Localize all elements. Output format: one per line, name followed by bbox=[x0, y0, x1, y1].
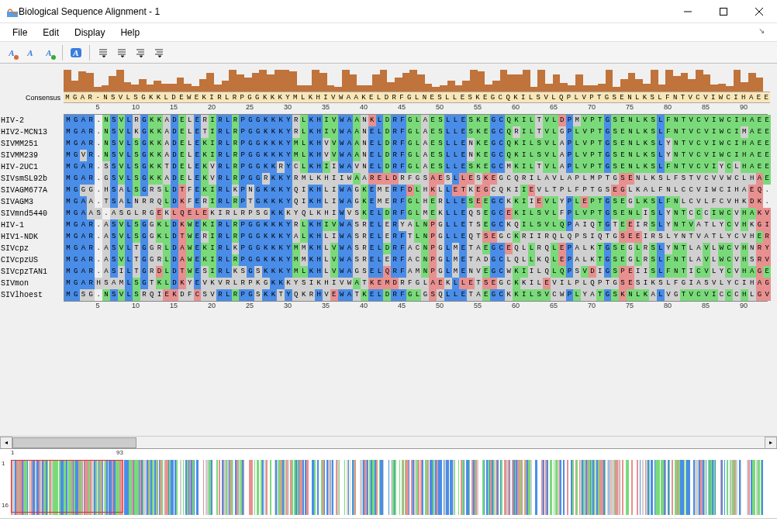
residue-cell[interactable]: F bbox=[186, 289, 194, 301]
residue-cell[interactable]: M bbox=[64, 243, 72, 254]
residue-cell[interactable]: L bbox=[528, 138, 536, 150]
residue-cell[interactable]: I bbox=[634, 219, 642, 231]
residue-cell[interactable]: L bbox=[224, 150, 232, 161]
residue-cell[interactable]: V bbox=[703, 289, 710, 301]
residue-cell[interactable]: L bbox=[710, 266, 718, 278]
residue-cell[interactable]: L bbox=[573, 196, 581, 208]
residue-cell[interactable]: F bbox=[399, 138, 406, 150]
residue-cell[interactable]: N bbox=[634, 173, 642, 185]
residue-cell[interactable]: M bbox=[292, 138, 300, 150]
menu-file[interactable]: File bbox=[5, 27, 35, 38]
residue-cell[interactable]: K bbox=[156, 219, 164, 231]
residue-cell[interactable]: R bbox=[87, 219, 95, 231]
residue-cell[interactable]: L bbox=[414, 219, 422, 231]
residue-cell[interactable]: C bbox=[497, 161, 505, 173]
residue-cell[interactable]: V bbox=[543, 196, 551, 208]
menu-help[interactable]: Help bbox=[112, 27, 147, 38]
residue-cell[interactable]: L bbox=[634, 161, 642, 173]
residue-cell[interactable]: M bbox=[64, 161, 72, 173]
residue-cell[interactable]: L bbox=[224, 138, 232, 150]
residue-cell[interactable]: K bbox=[201, 243, 209, 254]
residue-cell[interactable]: P bbox=[239, 185, 247, 196]
residue-cell[interactable]: G bbox=[490, 196, 498, 208]
residue-cell[interactable]: . bbox=[95, 138, 102, 150]
residue-cell[interactable]: L bbox=[444, 254, 452, 266]
residue-cell[interactable]: Q bbox=[505, 150, 513, 161]
residue-cell[interactable]: C bbox=[687, 185, 695, 196]
residue-cell[interactable]: G bbox=[102, 173, 110, 185]
residue-cell[interactable]: K bbox=[277, 115, 285, 126]
residue-cell[interactable]: K bbox=[308, 126, 316, 138]
residue-cell[interactable]: I bbox=[642, 266, 650, 278]
residue-cell[interactable]: . bbox=[95, 289, 102, 301]
residue-cell[interactable]: G bbox=[680, 278, 688, 289]
residue-cell[interactable]: L bbox=[687, 243, 695, 254]
residue-cell[interactable]: K bbox=[277, 150, 285, 161]
residue-cell[interactable]: E bbox=[482, 219, 490, 231]
residue-cell[interactable]: A bbox=[421, 150, 429, 161]
residue-cell[interactable]: W bbox=[338, 219, 346, 231]
residue-cell[interactable]: T bbox=[680, 219, 688, 231]
residue-cell[interactable]: E bbox=[482, 243, 490, 254]
residue-cell[interactable]: H bbox=[741, 254, 748, 266]
residue-cell[interactable]: A bbox=[163, 115, 171, 126]
residue-cell[interactable]: K bbox=[254, 278, 262, 289]
residue-cell[interactable]: T bbox=[680, 138, 688, 150]
residue-cell[interactable]: D bbox=[171, 219, 178, 231]
residue-cell[interactable]: E bbox=[756, 138, 764, 150]
residue-cell[interactable]: W bbox=[718, 138, 726, 150]
residue-cell[interactable]: H bbox=[733, 196, 741, 208]
residue-cell[interactable]: G bbox=[72, 150, 80, 161]
residue-cell[interactable]: G bbox=[247, 219, 254, 231]
sequence-label[interactable]: SIVAGM3 bbox=[1, 196, 61, 208]
residue-cell[interactable]: I bbox=[209, 231, 216, 243]
residue-cell[interactable]: R bbox=[133, 115, 140, 126]
residue-cell[interactable]: G bbox=[87, 289, 95, 301]
residue-cell[interactable]: L bbox=[718, 231, 726, 243]
residue-cell[interactable]: P bbox=[589, 115, 596, 126]
residue-cell[interactable]: N bbox=[361, 161, 368, 173]
residue-cell[interactable]: I bbox=[209, 196, 216, 208]
residue-cell[interactable]: L bbox=[300, 126, 308, 138]
residue-cell[interactable]: M bbox=[64, 289, 72, 301]
residue-cell[interactable]: P bbox=[558, 185, 566, 196]
residue-cell[interactable]: V bbox=[741, 231, 748, 243]
residue-cell[interactable]: T bbox=[680, 254, 688, 266]
residue-cell[interactable]: D bbox=[482, 254, 490, 266]
residue-cell[interactable]: R bbox=[292, 115, 300, 126]
residue-cell[interactable]: P bbox=[566, 219, 574, 231]
sequence-label[interactable]: HIV-2 bbox=[1, 115, 61, 126]
residue-cell[interactable]: M bbox=[64, 173, 72, 185]
residue-cell[interactable]: V bbox=[687, 115, 695, 126]
residue-cell[interactable]: L bbox=[452, 161, 460, 173]
residue-cell[interactable]: R bbox=[87, 161, 95, 173]
residue-cell[interactable]: N bbox=[421, 231, 429, 243]
residue-cell[interactable]: S bbox=[133, 150, 140, 161]
residue-cell[interactable]: C bbox=[725, 150, 733, 161]
residue-cell[interactable]: Y bbox=[672, 231, 680, 243]
sequence-label[interactable]: SIVlhoest bbox=[1, 289, 61, 301]
residue-cell[interactable]: G bbox=[254, 173, 262, 185]
residue-cell[interactable]: A bbox=[566, 173, 574, 185]
sequence-label[interactable]: HIV-1 bbox=[1, 219, 61, 231]
residue-cell[interactable]: R bbox=[232, 173, 240, 185]
residue-cell[interactable]: S bbox=[467, 115, 475, 126]
residue-cell[interactable]: R bbox=[232, 161, 240, 173]
residue-cell[interactable]: G bbox=[72, 266, 80, 278]
residue-cell[interactable]: L bbox=[186, 161, 194, 173]
residue-cell[interactable]: L bbox=[163, 219, 171, 231]
residue-cell[interactable]: E bbox=[558, 254, 566, 266]
residue-cell[interactable]: C bbox=[497, 115, 505, 126]
residue-cell[interactable]: G bbox=[437, 254, 444, 266]
residue-cell[interactable]: K bbox=[262, 219, 270, 231]
residue-cell[interactable]: P bbox=[566, 161, 574, 173]
residue-cell[interactable]: A bbox=[80, 278, 88, 289]
residue-cell[interactable]: I bbox=[642, 231, 650, 243]
residue-cell[interactable]: Q bbox=[467, 208, 475, 219]
residue-cell[interactable]: K bbox=[589, 243, 596, 254]
residue-cell[interactable]: K bbox=[201, 254, 209, 266]
residue-cell[interactable]: A bbox=[118, 196, 126, 208]
residue-cell[interactable]: S bbox=[133, 231, 140, 243]
residue-cell[interactable]: E bbox=[429, 138, 437, 150]
residue-cell[interactable]: L bbox=[125, 185, 133, 196]
